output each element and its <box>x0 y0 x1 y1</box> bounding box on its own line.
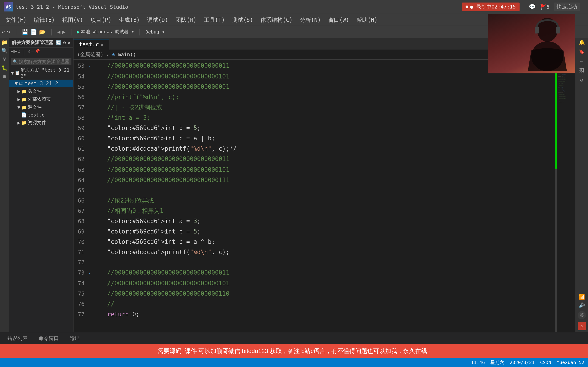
code-text[interactable]: "color:#569cd6">int c = a ^ b; <box>93 237 215 247</box>
new-icon[interactable]: 📄 <box>30 29 37 35</box>
menu-item-analyze[interactable]: 分析(N) <box>296 15 325 25</box>
collapse-indicator[interactable]: - <box>88 268 93 278</box>
sync-icon[interactable]: 🔄 <box>56 40 61 45</box>
git-icon[interactable]: ⑂ <box>3 56 6 62</box>
refresh-icon[interactable]: ↺ <box>28 49 30 56</box>
menu-item-arch[interactable]: 体系结构(C) <box>257 15 296 25</box>
debug-activity-icon[interactable]: 🐛 <box>1 65 8 71</box>
redo-icon[interactable]: ↪ <box>7 29 10 35</box>
code-text[interactable]: /*int a = 3; <box>93 113 150 123</box>
csdn-icon[interactable]: S <box>578 322 586 330</box>
tree-item-project[interactable]: ▼ 🗂 test 3 21 2 <box>9 80 73 87</box>
menu-item-debug[interactable]: 调试(D) <box>144 15 172 25</box>
code-line: 54 //00000000000000000000000000000101 <box>73 71 555 82</box>
menu-item-project[interactable]: 项目(P) <box>87 15 115 25</box>
volume-icon[interactable]: 🔊 <box>579 302 585 308</box>
code-text[interactable]: // <box>93 299 114 309</box>
explorer-icon[interactable]: 📁 <box>1 40 8 45</box>
code-text[interactable]: //00000000000000000000000000000101 <box>93 278 229 288</box>
code-text[interactable]: //00000000000000000000000000000001 <box>93 82 229 92</box>
code-line: 55 //00000000000000000000000000000001 <box>73 82 555 92</box>
code-text[interactable]: "color:#dcdcaa">printf("%d\n", c); <box>93 247 229 257</box>
go-back-icon[interactable]: ◀ <box>11 49 14 56</box>
code-text[interactable]: //00000000000000000000000000000011 <box>93 154 229 164</box>
code-line: 59 "color:#569cd6">int b = 5; <box>73 123 555 133</box>
status-tab-errors[interactable]: 错误列表 <box>2 334 33 343</box>
menu-item-test[interactable]: 测试(S) <box>229 15 257 25</box>
wifi-icon[interactable]: 📶 <box>579 294 585 300</box>
quick-launch[interactable]: 快速启动 <box>554 2 580 11</box>
photo-icon[interactable]: 🖼 <box>579 68 584 73</box>
collapse-indicator[interactable]: - <box>88 155 93 165</box>
line-number: 75 <box>73 289 88 299</box>
separator: | <box>14 28 18 35</box>
editor-wrapper[interactable]: 53- //0000000000000000000000000000001154… <box>73 60 575 332</box>
code-text[interactable]: "color:#569cd6">int c = a | b; <box>93 133 215 143</box>
save-icon[interactable]: 💾 <box>22 29 28 35</box>
collapse-indicator[interactable]: - <box>88 61 93 71</box>
code-text[interactable]: //00000000000000000000000000000111 <box>93 175 229 185</box>
code-editor[interactable]: 53- //0000000000000000000000000000001154… <box>73 60 555 332</box>
menu-item-file[interactable]: 文件(F) <box>2 15 30 25</box>
code-text[interactable]: //按2进制位异或 <box>93 195 154 206</box>
code-text[interactable]: "color:#dcdcaa">printf("%d\n", c);*/ <box>93 144 237 154</box>
tree-item-resources[interactable]: ▶📁资源文件 <box>9 119 73 127</box>
menu-item-edit[interactable]: 编辑(E) <box>30 15 58 25</box>
pencil-icon[interactable]: ✏ <box>580 58 583 64</box>
search-input[interactable] <box>19 59 73 64</box>
menu-item-view[interactable]: 视图(V) <box>59 15 87 25</box>
home-icon[interactable]: ⌂ <box>18 49 20 56</box>
menu-item-build[interactable]: 生成(B) <box>115 15 143 25</box>
undo-icon[interactable]: ↩ <box>2 29 5 35</box>
code-text[interactable]: //00000000000000000000000000000101 <box>93 165 229 175</box>
tab-testc[interactable]: test.c ✕ <box>73 39 109 50</box>
menu-item-window[interactable]: 窗口(W) <box>325 15 353 25</box>
menu-item-help[interactable]: 帮助(H) <box>353 15 381 25</box>
menu-item-tools[interactable]: 工具(T) <box>200 15 229 25</box>
tree-item-external-deps[interactable]: ▶📁外部依赖项 <box>9 95 73 103</box>
settings-icon[interactable]: ⚙ <box>580 77 583 83</box>
minimap[interactable]: //000000000000000000011 //00000000000000… <box>557 60 575 332</box>
tab-close-icon[interactable]: ✕ <box>101 42 103 47</box>
comment-icon[interactable]: 💬 <box>529 4 536 10</box>
code-text[interactable]: "color:#569cd6">int b = 5; <box>93 226 201 236</box>
tree-item-solution[interactable]: ▼ 📋 解决方案 "test 3 21 2" <box>9 66 73 80</box>
open-icon[interactable]: 📂 <box>39 29 46 35</box>
back-icon[interactable]: ◀ <box>57 29 61 35</box>
code-text[interactable]: return 0; <box>93 309 140 319</box>
status-tab-output[interactable]: 输出 <box>64 334 86 343</box>
pin-icon[interactable]: 📌 <box>35 49 40 56</box>
bookmark-icon[interactable]: 🔖 <box>579 49 585 55</box>
search-activity-icon[interactable]: 🔍 <box>1 48 8 54</box>
breadcrumb-scope[interactable]: (全局范围) <box>77 51 104 58</box>
close-sidebar-icon[interactable]: ✕ <box>68 40 70 45</box>
code-text[interactable]: "color:#569cd6">int b = 5; <box>93 123 201 133</box>
go-forward-icon[interactable]: ▶ <box>15 49 17 56</box>
code-text[interactable]: "color:#569cd6">int a = 3; <box>93 216 201 226</box>
tree-item-headers[interactable]: ▶📁头文件 <box>9 87 73 95</box>
code-line: 74 //00000000000000000000000000000101 <box>73 278 555 289</box>
code-text[interactable]: //00000000000000000000000000000011 <box>93 267 229 277</box>
theme-toggle[interactable]: 英 <box>578 311 586 319</box>
code-text[interactable]: //00000000000000000000000000000101 <box>93 71 229 81</box>
code-text[interactable]: //| - 按2进制位或 <box>93 102 162 112</box>
breadcrumb-function[interactable]: main() <box>118 52 136 57</box>
menu-item-team[interactable]: 团队(M) <box>172 15 200 25</box>
collapse-all-icon[interactable]: − <box>31 49 34 56</box>
forward-icon[interactable]: ▶ <box>62 29 65 35</box>
tree-item-source[interactable]: ▼📁源文件 <box>9 103 73 111</box>
code-text[interactable]: //00000000000000000000000000000011 <box>93 60 229 71</box>
line-number: 55 <box>73 82 88 92</box>
extensions-icon[interactable]: ⊞ <box>3 73 6 79</box>
tree-item-testc[interactable]: 📄test.c <box>9 111 73 119</box>
filter-icon[interactable]: ⚙ <box>63 40 66 45</box>
line-number: 62 <box>73 154 88 164</box>
bell-icon[interactable]: 🔔 <box>579 40 585 45</box>
status-tab-cmd[interactable]: 命令窗口 <box>33 334 64 343</box>
run-button[interactable]: ▶ 本地 Windows 调试器 ▾ <box>77 29 134 35</box>
code-text[interactable]: //00000000000000000000000000000110 <box>93 289 229 299</box>
project-expand-icon: ▼ <box>15 81 18 86</box>
code-text[interactable]: //printf("%d\n", c); <box>93 92 179 102</box>
separator2: | <box>50 28 53 35</box>
code-text[interactable]: //相同为0，相异为1 <box>93 206 163 216</box>
